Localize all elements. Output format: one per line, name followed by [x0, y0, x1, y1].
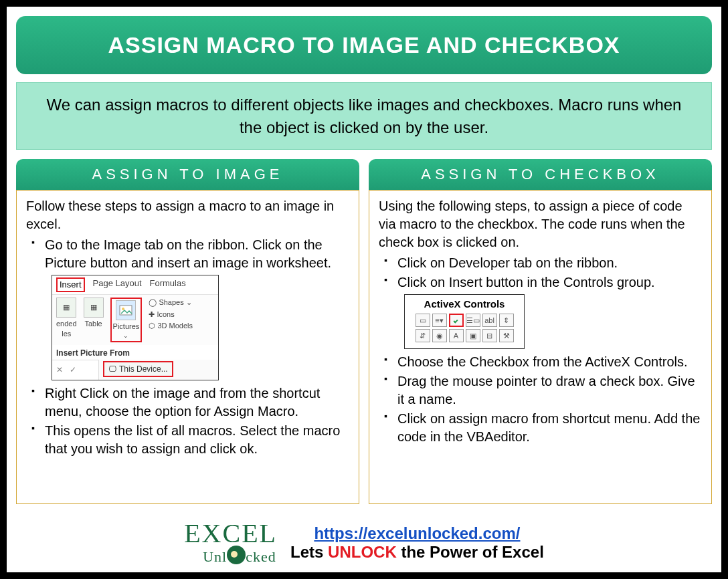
shapes-label: Shapes: [159, 298, 183, 306]
svg-point-1: [122, 308, 124, 310]
ribbon-tabs: Insert Page Layout Formulas: [52, 275, 218, 294]
left-step-1-text: Go to the Image tab on the ribbon. Click…: [45, 237, 331, 270]
ribbon-tab-formulas: Formulas: [150, 277, 186, 292]
ax-morecontrols-icon: ⚒: [499, 329, 514, 342]
ribbon-sub-buttons: ◯ Shapes ⌄ ✚ Icons ⬡ 3D Models: [149, 298, 193, 332]
logo-pre: Unl: [203, 548, 227, 565]
logo-post: cked: [246, 548, 276, 565]
ax-label-icon: A: [449, 329, 464, 342]
icons-label: Icons: [157, 310, 174, 318]
ax-listbox-icon: ☰▭: [466, 314, 480, 327]
right-body: Using the following steps, to assign a p…: [369, 190, 712, 504]
left-step-1: Go to the Image tab on the ribbon. Click…: [26, 236, 349, 383]
image-glyph-icon: [119, 305, 132, 316]
ribbon-ended-label: ended: [56, 319, 77, 329]
cube-icon: ⬡: [149, 322, 155, 330]
footer: EXCEL Unlcked https://excelunlocked.com/…: [7, 522, 721, 564]
left-body: Follow these steps to assign a macro to …: [16, 190, 359, 504]
tagline-post: the Power of Excel: [397, 543, 544, 561]
left-column: ASSIGN TO IMAGE Follow these steps to as…: [16, 159, 359, 504]
device-icon: 🖵: [108, 364, 116, 374]
models-label: 3D Models: [157, 322, 193, 330]
cancel-icon: ✕: [56, 364, 63, 375]
insert-picture-from-label: Insert Picture From: [52, 345, 218, 360]
right-step-3: Choose the Checkbox from the ActiveX Con…: [379, 353, 702, 371]
icons-button: ✚ Icons: [149, 310, 193, 320]
columns-container: ASSIGN TO IMAGE Follow these steps to as…: [16, 159, 712, 504]
logo-big-text: EXCEL: [184, 522, 277, 546]
this-device-option: 🖵 This Device...: [103, 361, 173, 377]
page-title: ASSIGN MACRO TO IMAGE AND CHECKBOX: [16, 16, 712, 74]
excel-ribbon-screenshot: Insert Page Layout Formulas ▦ ended les: [52, 275, 219, 380]
this-device-label: This Device...: [119, 364, 168, 374]
activex-row-1: ▭ ≡▾ ☰▭ abl ⇕: [409, 314, 520, 327]
footer-text: https://excelunlocked.com/ Lets UNLOCK t…: [290, 524, 544, 562]
activex-controls-screenshot: ActiveX Controls ▭ ≡▾ ☰▭ abl ⇕ ⇵ ◉: [404, 294, 525, 349]
right-step-1: Click on Developer tab on the ribbon.: [379, 254, 702, 272]
logo-o-icon: [227, 546, 246, 564]
activex-row-2: ⇵ ◉ A ▣ ⊟ ⚒: [409, 329, 520, 342]
left-step-2: Right Click on the image and from the sh…: [26, 384, 349, 421]
3dmodels-button: ⬡ 3D Models: [149, 321, 193, 331]
ribbon-tab-insert: Insert: [56, 277, 85, 292]
right-header: ASSIGN TO CHECKBOX: [369, 159, 712, 190]
pivot-icon: ▦: [56, 298, 76, 318]
left-header: ASSIGN TO IMAGE: [16, 159, 359, 190]
picture-icon: [116, 300, 136, 320]
dropdown-caret-icon: ⌄: [123, 332, 128, 340]
right-column: ASSIGN TO CHECKBOX Using the following s…: [369, 159, 712, 504]
ax-checkbox-icon: [449, 314, 464, 327]
excel-unlocked-logo: EXCEL Unlcked: [184, 522, 277, 564]
intro-text: We can assign macros to different object…: [16, 82, 712, 150]
check-icon: ✓: [70, 364, 76, 375]
right-step-4: Drag the mouse pointer to draw a check b…: [379, 372, 702, 409]
caret-icon: ⌄: [186, 298, 192, 306]
ribbon-btn-ended: ▦ ended les: [56, 298, 77, 339]
ax-combobox-icon: ≡▾: [432, 314, 447, 327]
ax-textbox-icon: abl: [482, 314, 497, 327]
ribbon-les-label: les: [62, 329, 71, 339]
tagline-pre: Lets: [290, 543, 328, 561]
ribbon-tab-pagelayout: Page Layout: [93, 277, 142, 292]
left-step-3: This opens the list of all macros. Selec…: [26, 422, 349, 458]
ax-spinbutton-icon: ⇵: [416, 329, 430, 342]
table-icon: ▦: [84, 298, 104, 318]
right-lead: Using the following steps, to assign a p…: [379, 197, 702, 251]
left-lead: Follow these steps to assign a macro to …: [26, 197, 349, 233]
ribbon-table-label: Table: [84, 319, 102, 329]
ax-scrollbar-icon: ⇕: [499, 314, 514, 327]
ribbon-btn-table: ▦ Table: [84, 298, 104, 329]
shapes-button: ◯ Shapes ⌄: [149, 298, 193, 308]
activex-title: ActiveX Controls: [409, 298, 520, 311]
right-step-5: Click on assign macro from shortcut menu…: [379, 410, 702, 446]
logo-small-text: Unlcked: [203, 546, 277, 564]
shapes-icon: ◯: [149, 298, 157, 306]
ribbon-buttons-row: ▦ ended les ▦ Table: [52, 294, 218, 345]
tagline-unlock: UNLOCK: [328, 543, 397, 561]
formula-bar: ✕ ✓: [52, 360, 99, 380]
ax-image-icon: ▣: [466, 329, 480, 342]
ax-togglebutton-icon: ⊟: [482, 329, 497, 342]
ribbon-btn-pictures: Pictures ⌄: [110, 298, 143, 342]
right-step-2-text: Click on Insert button in the Controls g…: [397, 275, 655, 290]
ribbon-pictures-label: Pictures: [113, 322, 140, 332]
ax-optionbutton-icon: ◉: [432, 329, 447, 342]
person-icon: ✚: [149, 310, 155, 318]
ax-button-icon: ▭: [416, 314, 430, 327]
tagline: Lets UNLOCK the Power of Excel: [290, 543, 544, 561]
right-step-2: Click on Insert button in the Controls g…: [379, 273, 702, 352]
footer-link[interactable]: https://excelunlocked.com/: [314, 524, 520, 542]
